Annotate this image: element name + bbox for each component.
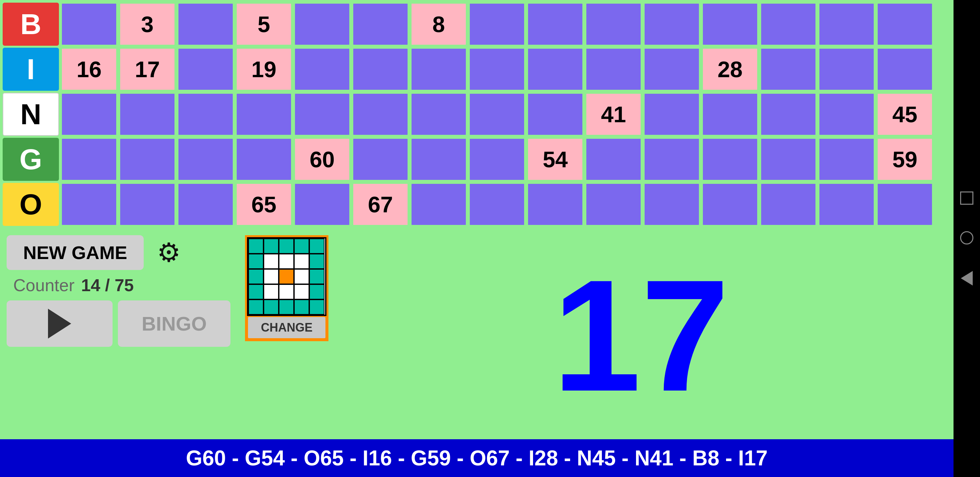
bingo-cell[interactable] <box>410 183 467 226</box>
bingo-cell[interactable] <box>818 48 875 91</box>
nav-back-icon[interactable] <box>961 271 973 286</box>
bingo-button[interactable]: BINGO <box>118 300 231 347</box>
mini-card-row <box>248 284 325 300</box>
new-game-row: NEW GAME ⚙ <box>6 235 239 270</box>
bingo-cell[interactable] <box>352 48 409 91</box>
bingo-cell[interactable] <box>585 3 642 46</box>
bingo-cell[interactable]: 67 <box>352 183 409 226</box>
bingo-cell[interactable] <box>760 48 816 91</box>
bingo-cell[interactable]: 54 <box>527 138 583 181</box>
bingo-cell[interactable] <box>61 93 117 136</box>
bingo-cell[interactable] <box>644 3 700 46</box>
bingo-cell[interactable] <box>294 3 350 46</box>
letter-G: G <box>3 138 59 181</box>
bingo-cell[interactable]: 59 <box>877 138 933 181</box>
bingo-cell[interactable] <box>702 183 758 226</box>
mini-cell <box>309 238 325 254</box>
bingo-cell[interactable] <box>177 3 234 46</box>
bingo-cell[interactable] <box>119 138 175 181</box>
bingo-row-O: O 65 67 <box>3 183 951 226</box>
bingo-cell[interactable]: 16 <box>61 48 117 91</box>
bingo-cell[interactable] <box>760 138 816 181</box>
bingo-cell[interactable] <box>585 183 642 226</box>
bingo-cell[interactable] <box>818 138 875 181</box>
bingo-cell[interactable] <box>294 183 350 226</box>
bingo-cell[interactable]: 19 <box>236 48 292 91</box>
mini-cell <box>279 284 294 300</box>
bingo-cell[interactable] <box>877 48 933 91</box>
mini-cell <box>248 238 264 254</box>
change-button[interactable]: CHANGE <box>247 316 326 339</box>
bingo-cell[interactable] <box>469 3 525 46</box>
bingo-cell[interactable]: 3 <box>119 3 175 46</box>
mini-cell <box>264 300 279 315</box>
bingo-cell[interactable] <box>644 48 700 91</box>
bingo-cell[interactable] <box>527 48 583 91</box>
bingo-cell[interactable] <box>410 48 467 91</box>
counter-value: 14 / 75 <box>81 275 134 295</box>
bingo-cell[interactable] <box>702 93 758 136</box>
bingo-cell[interactable] <box>818 93 875 136</box>
bingo-cell[interactable] <box>527 183 583 226</box>
bingo-cell[interactable]: 28 <box>702 48 758 91</box>
bingo-cell[interactable] <box>702 3 758 46</box>
bingo-cell[interactable] <box>469 48 525 91</box>
bingo-cell[interactable] <box>119 183 175 226</box>
bingo-cell[interactable] <box>61 3 117 46</box>
nav-square-icon[interactable] <box>960 191 974 205</box>
bingo-cell[interactable] <box>410 93 467 136</box>
bingo-cell[interactable] <box>818 3 875 46</box>
bingo-cell[interactable] <box>177 138 234 181</box>
bingo-cell[interactable] <box>877 3 933 46</box>
bingo-cell[interactable] <box>61 138 117 181</box>
bingo-cell[interactable] <box>177 48 234 91</box>
mini-card-row <box>248 254 325 269</box>
bingo-cell[interactable]: 41 <box>585 93 642 136</box>
bingo-cell[interactable] <box>294 93 350 136</box>
bingo-cell[interactable] <box>818 183 875 226</box>
bingo-cell[interactable] <box>644 93 700 136</box>
bingo-cell[interactable] <box>702 138 758 181</box>
bingo-cell[interactable] <box>527 3 583 46</box>
bingo-cell[interactable] <box>119 93 175 136</box>
mini-card-wrapper: CHANGE <box>245 235 328 341</box>
bingo-cell[interactable] <box>236 138 292 181</box>
bingo-cell[interactable] <box>469 183 525 226</box>
nav-circle-icon[interactable] <box>960 231 974 244</box>
new-game-button[interactable]: NEW GAME <box>6 235 144 270</box>
bingo-cell[interactable] <box>177 183 234 226</box>
play-button[interactable] <box>6 300 113 347</box>
bingo-cell[interactable] <box>644 138 700 181</box>
bingo-cell[interactable] <box>469 93 525 136</box>
bingo-cell[interactable] <box>352 3 409 46</box>
bingo-cell[interactable]: 60 <box>294 138 350 181</box>
bingo-cell[interactable] <box>644 183 700 226</box>
bingo-cell[interactable] <box>294 48 350 91</box>
bingo-cell[interactable] <box>352 138 409 181</box>
bingo-cell[interactable]: 8 <box>410 3 467 46</box>
bingo-cell[interactable] <box>177 93 234 136</box>
bingo-cell[interactable] <box>410 138 467 181</box>
bingo-cell[interactable] <box>469 138 525 181</box>
bingo-cell[interactable] <box>236 93 292 136</box>
bingo-cell[interactable] <box>61 183 117 226</box>
bingo-cell[interactable] <box>352 93 409 136</box>
bingo-cell[interactable] <box>760 3 816 46</box>
bingo-cell[interactable] <box>760 93 816 136</box>
bingo-cell[interactable]: 17 <box>119 48 175 91</box>
bingo-cell[interactable]: 5 <box>236 3 292 46</box>
bingo-cell[interactable] <box>585 48 642 91</box>
bingo-cell[interactable] <box>527 93 583 136</box>
bingo-cell[interactable] <box>760 183 816 226</box>
bingo-cell[interactable]: 45 <box>877 93 933 136</box>
mini-bingo-card[interactable] <box>247 237 326 316</box>
bingo-grid-area: B 3 5 8 I 16 17 <box>0 0 953 228</box>
bingo-cell[interactable] <box>877 183 933 226</box>
bingo-cell[interactable] <box>585 138 642 181</box>
settings-icon[interactable]: ⚙ <box>157 237 181 268</box>
mini-card-area: CHANGE <box>245 235 328 436</box>
android-nav <box>953 0 980 477</box>
counter-label: Counter <box>13 275 75 295</box>
mini-cell <box>294 238 309 254</box>
bingo-cell[interactable]: 65 <box>236 183 292 226</box>
